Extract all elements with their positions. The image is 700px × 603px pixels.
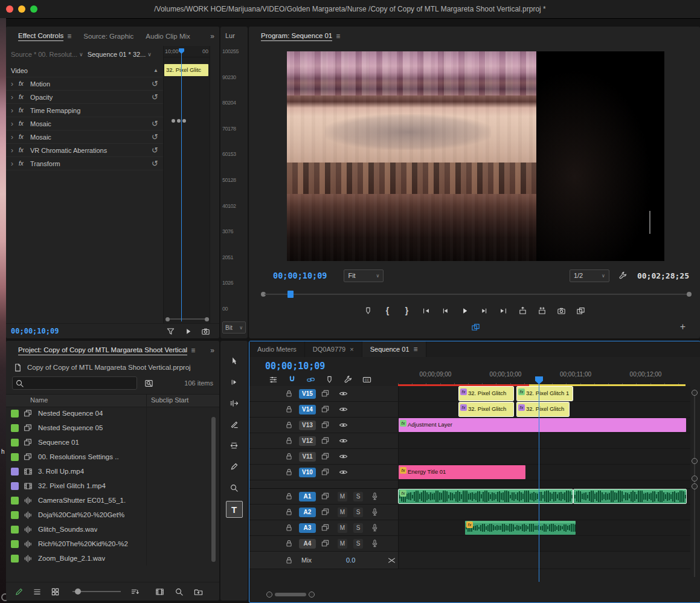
timeline-settings-wrench-icon[interactable] xyxy=(342,374,353,385)
tab-source-graphic[interactable]: Source: Graphic xyxy=(77,27,140,46)
tool-pen[interactable] xyxy=(226,459,242,474)
timeline-vertical-scrollbar[interactable] xyxy=(692,387,698,581)
panel-menu-icon[interactable]: ≡ xyxy=(336,32,340,40)
track-lane[interactable] xyxy=(398,433,690,448)
effect-row[interactable]: › fx Opacity↺ xyxy=(6,91,163,104)
track-lane[interactable]: fx32. Pixel Glitchfx32. Pixel Glitch xyxy=(398,402,690,417)
timeline-clip[interactable]: fx32. Pixel Glitch xyxy=(459,402,513,416)
timeline-clip[interactable]: fx32. Pixel Glitch 1 xyxy=(517,387,573,401)
mix-level-value[interactable]: 0.0 xyxy=(346,556,355,564)
label-color-swatch[interactable] xyxy=(11,511,19,519)
scroll-handle[interactable] xyxy=(266,592,272,598)
source-patch-icon[interactable] xyxy=(319,491,330,502)
scroll-handle[interactable] xyxy=(692,483,698,489)
program-tab[interactable]: Program: Sequence 01 ≡ xyxy=(255,27,346,46)
track-target-button[interactable]: V11 xyxy=(299,452,316,462)
clip-fx-badge-icon[interactable]: fx xyxy=(460,404,467,411)
timeline-tab-dq0a9779[interactable]: DQ0A9779× xyxy=(305,341,362,357)
track-lock-icon[interactable] xyxy=(283,451,294,462)
source-patch-icon[interactable] xyxy=(319,389,330,399)
go-to-in-icon[interactable] xyxy=(421,305,432,316)
track-lock-icon[interactable] xyxy=(283,555,294,566)
project-item-row[interactable]: 32. Pixel Glitch 1.mp4 xyxy=(6,479,214,493)
track-lock-icon[interactable] xyxy=(283,420,294,431)
sequence-clip-label[interactable]: Sequence 01 * 32... xyxy=(88,51,146,58)
scroll-handle[interactable] xyxy=(692,476,698,482)
track-lock-icon[interactable] xyxy=(283,523,294,534)
label-color-swatch[interactable] xyxy=(11,453,19,461)
tool-slip[interactable] xyxy=(226,437,242,453)
project-item-row[interactable]: Glitch_Sounds.wav xyxy=(6,522,214,537)
project-tab[interactable]: Project: Copy of Copy of MTL Margareta S… xyxy=(12,341,201,360)
source-patch-icon[interactable] xyxy=(319,420,330,431)
play-icon[interactable] xyxy=(182,326,193,337)
chevron-right-icon[interactable]: › xyxy=(11,146,16,155)
label-color-swatch[interactable] xyxy=(11,439,19,447)
track-lane[interactable]: fx xyxy=(398,520,690,535)
icon-view-icon[interactable] xyxy=(50,586,60,597)
eye-icon[interactable] xyxy=(338,404,348,415)
clip-fx-badge-icon[interactable]: fx xyxy=(460,389,467,395)
effect-row[interactable]: › fx VR Chromatic Aberrations↺ xyxy=(6,144,163,157)
label-color-swatch[interactable] xyxy=(11,482,19,490)
timeline-horizontal-scrollbar[interactable] xyxy=(266,592,315,598)
linked-selection-icon[interactable] xyxy=(305,374,316,385)
effect-row[interactable]: › fx Mosaic↺ xyxy=(6,131,163,144)
effect-controls-mini-timeline[interactable]: 10;00 00 32. Pixel Glitc xyxy=(164,46,210,324)
sort-icons-icon[interactable] xyxy=(129,586,140,597)
track-target-button[interactable]: A2 xyxy=(299,508,316,517)
mic-icon[interactable] xyxy=(369,538,380,549)
track-lane[interactable]: fx32. Pixel Glitchfx32. Pixel Glitch 1 xyxy=(398,386,690,401)
timeline-clip[interactable]: fx32. Pixel Glitch xyxy=(459,387,513,401)
keyframe-icon[interactable] xyxy=(172,119,175,123)
zoom-window-icon[interactable] xyxy=(30,5,37,13)
source-patch-icon[interactable] xyxy=(319,507,330,518)
project-scrollbar[interactable] xyxy=(211,417,216,562)
step-back-icon[interactable] xyxy=(440,305,451,316)
minimize-window-icon[interactable] xyxy=(18,5,25,13)
edit-pencil-icon[interactable] xyxy=(13,586,24,597)
collapse-triangle-icon[interactable]: ▲ xyxy=(153,68,158,73)
timeline-clip[interactable]: fxEnergy Title 01 xyxy=(399,465,525,479)
panel-menu-icon[interactable]: ≡ xyxy=(191,346,195,355)
reset-effect-icon[interactable]: ↺ xyxy=(152,92,158,102)
project-item-row[interactable]: Sequence 01 xyxy=(6,435,214,450)
export-frame-icon[interactable] xyxy=(556,305,567,316)
snap-magnet-icon[interactable] xyxy=(286,374,297,385)
snapshot-icon[interactable] xyxy=(200,326,211,337)
project-item-row[interactable]: 3. Roll Up.mp4 xyxy=(6,464,214,479)
eye-icon[interactable] xyxy=(338,451,348,462)
mute-button[interactable]: M xyxy=(338,492,347,501)
tab-effect-controls[interactable]: Effect Controls≡ xyxy=(12,27,77,46)
step-forward-icon[interactable] xyxy=(479,305,490,316)
tool-track-select-forward[interactable] xyxy=(226,374,242,390)
column-header-subclip-start[interactable]: Subclip Start xyxy=(151,396,188,404)
project-item-row[interactable]: Nested Sequence 04 xyxy=(6,406,214,421)
chevron-right-icon[interactable]: › xyxy=(11,133,16,141)
label-color-swatch[interactable] xyxy=(11,526,19,534)
track-target-button[interactable]: A4 xyxy=(299,539,316,549)
go-to-out-icon[interactable] xyxy=(498,305,509,316)
label-color-swatch[interactable] xyxy=(11,555,19,563)
scrub-end-handle[interactable] xyxy=(687,292,692,297)
close-window-icon[interactable] xyxy=(6,5,13,13)
solo-button[interactable]: S xyxy=(353,492,363,501)
close-icon[interactable]: × xyxy=(350,346,353,353)
tool-razor[interactable] xyxy=(226,416,242,432)
solo-button[interactable]: S xyxy=(353,523,363,533)
zoom-level-dropdown[interactable]: Fit ∨ xyxy=(344,269,384,282)
effect-row[interactable]: › fx Motion↺ xyxy=(6,77,163,91)
track-lock-icon[interactable] xyxy=(283,491,294,502)
project-item-row[interactable]: CameraShutter EC01_55_1. xyxy=(6,493,214,508)
automate-to-sequence-icon[interactable] xyxy=(154,586,165,597)
captions-icon[interactable]: CC xyxy=(361,374,372,385)
thumbnail-zoom-slider[interactable] xyxy=(72,587,121,596)
settings-wrench-icon[interactable] xyxy=(618,270,629,281)
search-box[interactable] xyxy=(12,376,137,390)
tool-ripple-edit[interactable] xyxy=(226,395,242,411)
track-target-button[interactable]: V10 xyxy=(299,468,316,477)
chevron-right-icon[interactable]: › xyxy=(11,120,16,128)
panel-overflow-icon[interactable]: » xyxy=(210,32,214,40)
source-patch-icon[interactable] xyxy=(319,451,330,462)
track-lock-icon[interactable] xyxy=(283,467,294,478)
